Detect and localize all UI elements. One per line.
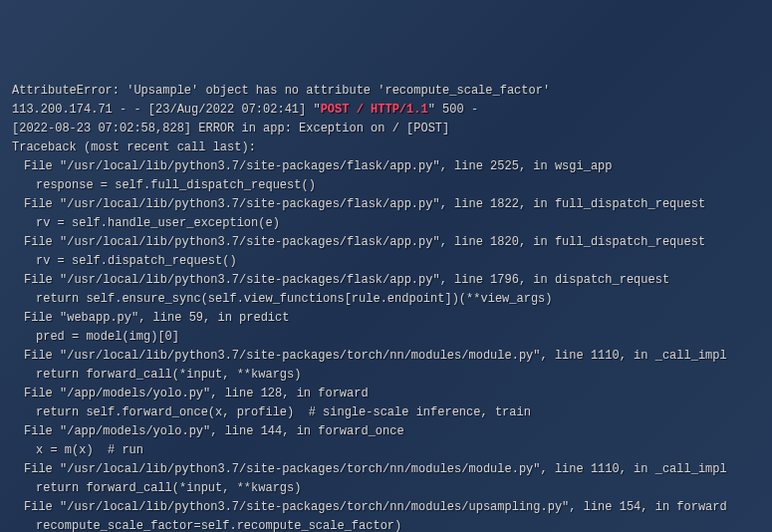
log-line: x = m(x) # run xyxy=(12,441,760,460)
log-line: File "/usr/local/lib/python3.7/site-pack… xyxy=(12,271,760,290)
log-line: File "/app/models/yolo.py", line 128, in… xyxy=(12,385,760,403)
log-line: 113.200.174.71 - - [23/Aug/2022 07:02:41… xyxy=(12,101,760,120)
log-line: File "/usr/local/lib/python3.7/site-pack… xyxy=(12,460,760,479)
log-line: rv = self.dispatch_request() xyxy=(12,252,760,271)
log-line: File "/usr/local/lib/python3.7/site-pack… xyxy=(12,347,760,366)
terminal-output: AttributeError: 'Upsample' object has no… xyxy=(12,82,760,532)
log-suffix: " 500 - xyxy=(428,103,478,117)
log-line: return self.ensure_sync(self.view_functi… xyxy=(12,290,760,309)
log-line: return self.forward_once(x, profile) # s… xyxy=(12,403,760,422)
log-line: AttributeError: 'Upsample' object has no… xyxy=(12,82,760,101)
log-line: File "/usr/local/lib/python3.7/site-pack… xyxy=(12,498,760,517)
http-request-highlight: POST / HTTP/1.1 xyxy=(321,103,428,117)
log-prefix: 113.200.174.71 - - [23/Aug/2022 07:02:41… xyxy=(12,103,321,117)
log-line: File "/app/models/yolo.py", line 144, in… xyxy=(12,422,760,441)
log-line: recompute_scale_factor=self.recompute_sc… xyxy=(12,517,760,532)
log-line: File "/usr/local/lib/python3.7/site-pack… xyxy=(12,157,760,176)
log-line: File "webapp.py", line 59, in predict xyxy=(12,309,760,328)
log-line: File "/usr/local/lib/python3.7/site-pack… xyxy=(12,233,760,252)
log-line: return forward_call(*input, **kwargs) xyxy=(12,479,760,498)
log-line: pred = model(img)[0] xyxy=(12,328,760,347)
log-line: Traceback (most recent call last): xyxy=(12,138,760,157)
log-line: response = self.full_dispatch_request() xyxy=(12,176,760,195)
log-line: rv = self.handle_user_exception(e) xyxy=(12,214,760,233)
log-line: File "/usr/local/lib/python3.7/site-pack… xyxy=(12,195,760,214)
log-line: [2022-08-23 07:02:58,828] ERROR in app: … xyxy=(12,120,760,138)
log-line: return forward_call(*input, **kwargs) xyxy=(12,366,760,385)
